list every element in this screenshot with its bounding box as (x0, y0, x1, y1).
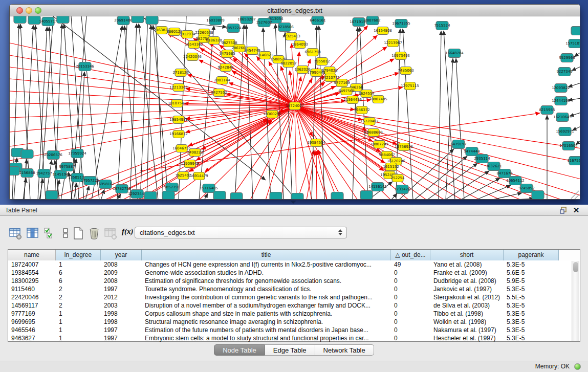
network-window-titlebar[interactable]: citations_edges.txt (10, 5, 580, 16)
column-header-in_degree[interactable]: in_degree (56, 250, 101, 260)
table-cell[interactable]: Franke et al. (2009) (430, 269, 504, 277)
table-cell[interactable]: 2009 (101, 269, 142, 277)
table-cell[interactable]: Nakamura et al. (1997) (430, 326, 504, 334)
table-cell[interactable]: 1997 (101, 285, 142, 293)
table-row[interactable]: 1872400712008Changes of HCN gene express… (8, 260, 580, 269)
table-settings-icon[interactable] (8, 226, 23, 240)
column-header-pagerank[interactable]: pagerank (504, 250, 559, 260)
graph-node[interactable] (144, 192, 157, 200)
table-cell[interactable]: 0 (391, 293, 430, 301)
graph-node[interactable] (162, 191, 175, 200)
graph-node[interactable] (21, 150, 33, 159)
table-cell[interactable]: 5.3E-5 (504, 301, 559, 310)
tab-network-table[interactable]: Network Table (315, 344, 374, 356)
table-cell[interactable]: 6 (56, 269, 101, 277)
graph-node[interactable] (291, 193, 303, 200)
table-cell[interactable]: 2008 (101, 260, 142, 269)
tab-node-table[interactable]: Node Table (214, 344, 265, 356)
table-row[interactable]: 969969511998Structural magnetic resonanc… (8, 318, 580, 326)
graph-node[interactable] (46, 191, 58, 200)
tab-edge-table[interactable]: Edge Table (265, 344, 315, 356)
close-panel-icon[interactable]: ✕ (572, 205, 581, 215)
row-height-icon[interactable] (58, 226, 73, 240)
table-cell[interactable]: Stergiakouli et al. (2012) (430, 293, 504, 301)
column-header-title[interactable]: title (142, 250, 391, 260)
table-cell[interactable]: de Silva et al. (2003) (430, 301, 504, 310)
table-cell[interactable]: 1 (56, 318, 101, 326)
graph-node[interactable] (213, 191, 226, 200)
table-cell[interactable]: 49 (391, 260, 430, 269)
table-cell[interactable]: 6 (56, 277, 101, 285)
table-cell[interactable]: Corpus callosum shape and size in male p… (142, 310, 391, 318)
table-cell[interactable]: 0 (391, 301, 430, 310)
graph-node[interactable] (270, 192, 282, 200)
network-window[interactable]: citations_edges.txt 18724007716382288601… (9, 4, 580, 200)
table-cell[interactable]: Hescheler et al. (1997) (430, 334, 504, 342)
table-cell[interactable]: Estimation of significance thresholds fo… (142, 277, 391, 285)
table-row[interactable]: 946554611997Estimation of the future num… (8, 326, 580, 334)
float-panel-icon[interactable] (559, 206, 568, 214)
table-cell[interactable]: 14569117 (8, 301, 56, 310)
table-cell[interactable]: Investigating the contribution of common… (142, 293, 391, 301)
table-cell[interactable]: 0 (391, 334, 430, 342)
table-cell[interactable]: 5.6E-5 (504, 269, 559, 277)
table-cell[interactable]: 0 (391, 318, 430, 326)
column-header-out_de[interactable]: △ out_de... (391, 250, 430, 260)
table-row[interactable]: 977716911998Corpus callosum shape and si… (8, 310, 580, 318)
table-cell[interactable]: 5.3E-5 (504, 334, 559, 342)
function-builder-icon[interactable]: f(x) (122, 227, 134, 236)
graph-node[interactable] (10, 167, 19, 176)
table-cell[interactable]: 1998 (101, 310, 142, 318)
table-cell[interactable]: 2 (56, 301, 101, 310)
table-cell[interactable]: 9777169 (8, 310, 56, 318)
network-view[interactable]: 1872400771638228860128891293422260538982… (10, 16, 580, 200)
delete-trash-icon[interactable] (87, 226, 101, 240)
table-cell[interactable]: 5.3E-5 (504, 260, 559, 269)
graph-node[interactable] (57, 16, 69, 24)
graph-node[interactable] (132, 16, 144, 23)
table-cell[interactable]: 9463627 (8, 334, 56, 342)
table-cell[interactable]: 1 (56, 310, 101, 318)
table-cell[interactable]: 5.9E-5 (504, 277, 559, 285)
table-cell[interactable]: Estimation of the future numbers of pati… (142, 326, 391, 334)
table-cell[interactable]: 1998 (101, 318, 142, 326)
graph-node[interactable] (230, 193, 243, 200)
table-row[interactable]: 946362711997Embryonic stem cells: a mode… (8, 334, 580, 342)
show-columns-icon[interactable] (26, 226, 40, 240)
vertical-scrollbar[interactable] (572, 261, 579, 341)
graph-node[interactable] (146, 16, 158, 25)
table-cell[interactable]: 2008 (101, 277, 142, 285)
column-header-year[interactable]: year (101, 250, 142, 260)
graph-node[interactable] (360, 191, 373, 200)
table-cell[interactable]: 1 (56, 334, 101, 342)
table-cell[interactable]: 0 (391, 310, 430, 318)
table-row[interactable]: 911546021997Tourette syndrome. Phenomeno… (8, 285, 580, 293)
table-cell[interactable]: 0 (391, 269, 430, 277)
table-cell[interactable]: 0 (391, 326, 430, 334)
table-cell[interactable]: 19384554 (8, 269, 56, 277)
table-cell[interactable]: Wolkin et al. (1998) (430, 318, 504, 326)
delete-table-icon[interactable] (103, 226, 118, 240)
column-header-short[interactable]: short (430, 250, 504, 260)
table-cell[interactable]: 9115460 (8, 285, 56, 293)
graph-node[interactable] (331, 192, 343, 200)
table-cell[interactable]: Embryonic stem cells: a model to study s… (142, 334, 391, 342)
new-table-icon[interactable] (71, 226, 85, 240)
table-cell[interactable]: Genome-wide association studies in ADHD. (142, 269, 391, 277)
table-cell[interactable]: 2012 (101, 293, 142, 301)
memory-ok-led-icon[interactable] (574, 363, 581, 370)
table-cell[interactable]: 2003 (101, 301, 142, 310)
table-cell[interactable]: 1 (56, 326, 101, 334)
table-cell[interactable]: 1997 (101, 334, 142, 342)
table-cell[interactable]: 1997 (101, 326, 142, 334)
table-cell[interactable]: 5.3E-5 (504, 318, 559, 326)
graph-node[interactable] (532, 191, 544, 200)
table-cell[interactable]: 5.3E-5 (504, 326, 559, 334)
table-cell[interactable]: Structural magnetic resonance image aver… (142, 318, 391, 326)
table-cell[interactable]: 5.3E-5 (504, 310, 559, 318)
table-cell[interactable]: 5.5E-5 (504, 293, 559, 301)
table-cell[interactable]: 18300295 (8, 277, 56, 285)
table-cell[interactable]: Yano et al. (2008) (430, 260, 504, 269)
table-cell[interactable]: Dudbridge et al. (2008) (430, 277, 504, 285)
table-cell[interactable]: Tibbo et al. (1998) (430, 310, 504, 318)
